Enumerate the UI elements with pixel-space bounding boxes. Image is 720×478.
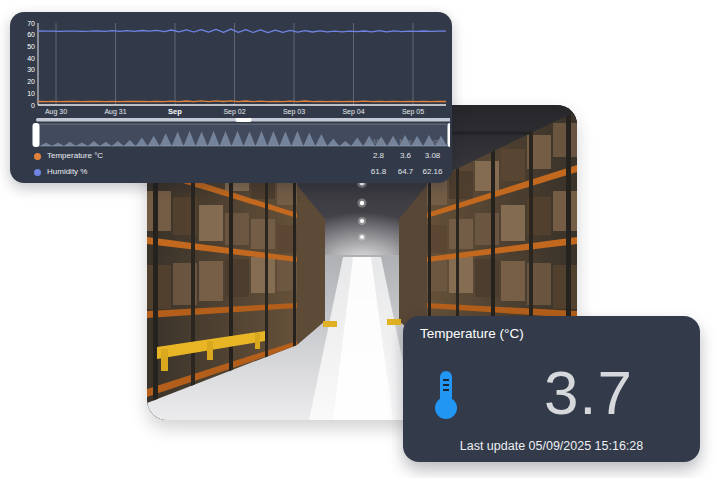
- x-tick-label: Sep: [168, 107, 182, 116]
- series-line: [38, 101, 446, 102]
- x-tick-label: Sep 02: [223, 108, 245, 116]
- slider-handle-right[interactable]: [448, 123, 451, 147]
- y-tick-label: 50: [27, 43, 35, 50]
- stats-value: 61.8: [365, 164, 392, 180]
- line-chart[interactable]: Aug 30Aug 31SepSep 02Sep 03Sep 04Sep 050…: [16, 17, 450, 117]
- x-tick-label: Sep 03: [283, 108, 305, 116]
- y-tick-label: 40: [27, 55, 35, 62]
- y-tick-label: 20: [27, 78, 35, 85]
- x-tick-label: Sep 05: [402, 108, 424, 116]
- y-tick-label: 0: [31, 102, 35, 109]
- stats-header: Max: [392, 136, 419, 148]
- stats-header: Min: [365, 136, 392, 148]
- y-tick-label: 10: [27, 90, 35, 97]
- series-line: [38, 29, 446, 32]
- x-tick-label: Aug 30: [45, 108, 67, 116]
- x-tick-label: Sep 04: [342, 108, 364, 116]
- y-tick-label: 60: [27, 31, 35, 38]
- legend-label: Humidity %: [47, 165, 87, 179]
- thermometer-icon: [433, 370, 459, 420]
- x-tick-label: Aug 31: [104, 108, 126, 116]
- stats-table: MinMaxAvg2.83.63.0861.864.762.16: [365, 136, 446, 180]
- stats-value: 3.6: [392, 148, 419, 164]
- y-tick-label: 30: [27, 66, 35, 73]
- legend-color-dot: [34, 153, 41, 160]
- last-update-text: Last update 05/09/2025 15:16:28: [403, 439, 700, 453]
- stats-value: 64.7: [392, 164, 419, 180]
- stats-value: 2.8: [365, 148, 392, 164]
- chart-legend: Temperature °CHumidity %: [34, 149, 103, 181]
- temperature-value: 3.7: [491, 350, 686, 434]
- slider-handle-left[interactable]: [33, 123, 40, 147]
- stats-value: 62.16: [419, 164, 446, 180]
- legend-item-humidity[interactable]: Humidity %: [34, 165, 103, 179]
- stats-header: Avg: [419, 136, 446, 148]
- y-tick-label: 70: [27, 20, 35, 27]
- legend-item-temperature[interactable]: Temperature °C: [34, 149, 103, 163]
- legend-color-dot: [34, 169, 41, 176]
- temperature-card-title: Temperature (°C): [420, 326, 524, 341]
- legend-label: Temperature °C: [47, 149, 103, 163]
- temperature-card: Temperature (°C) 3.7 Last update 05/09/2…: [403, 316, 700, 462]
- stats-value: 3.08: [419, 148, 446, 164]
- timeseries-panel: Aug 30Aug 31SepSep 02Sep 03Sep 04Sep 050…: [10, 12, 452, 183]
